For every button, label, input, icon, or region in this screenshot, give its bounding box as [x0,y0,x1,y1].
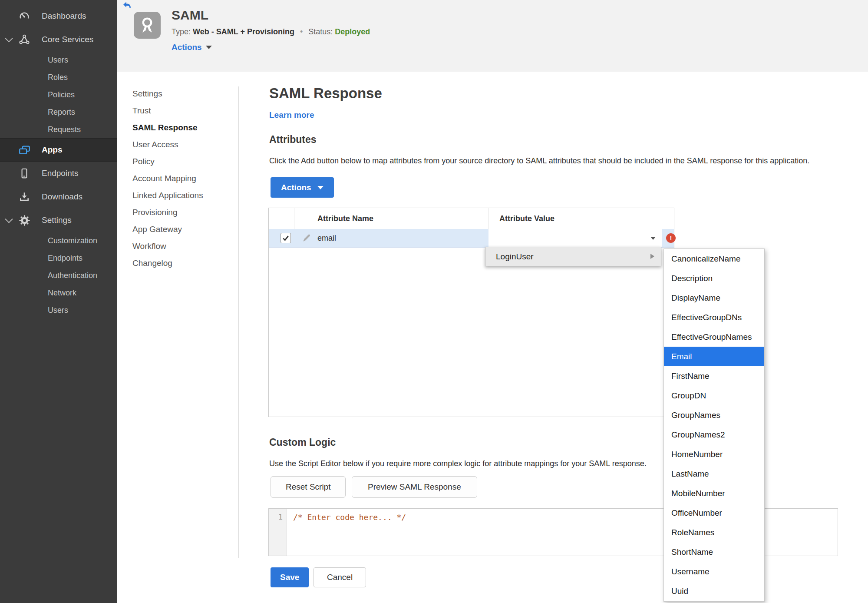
subnav-item-provisioning[interactable]: Provisioning [132,204,232,221]
sidebar-item-network[interactable]: Network [0,284,117,302]
type-label: Type: [172,27,191,36]
select-column-header [269,208,294,229]
menu-option-username[interactable]: Username [664,562,764,582]
menu-option-displayname[interactable]: DisplayName [664,288,764,308]
attributes-actions-button[interactable]: Actions [271,177,334,198]
subnav-item-saml-response[interactable]: SAML Response [132,119,232,136]
menu-option-effectivegroupdns[interactable]: EffectiveGroupDNs [664,308,764,327]
sidebar-item-label: Roles [48,73,68,82]
sidebar-item-users[interactable]: Users [0,51,117,69]
subnav-item-account-mapping[interactable]: Account Mapping [132,170,232,187]
sidebar-item-label: Network [48,288,76,298]
sidebar-item-settings[interactable]: Settings [0,209,117,232]
learn-more-link[interactable]: Learn more [269,110,314,120]
apps-icon [18,144,30,156]
chevron-down-icon [206,46,212,49]
attribute-value-submenu: CanonicalizeNameDescriptionDisplayNameEf… [663,248,765,602]
attribute-value-menu[interactable]: LoginUser [485,247,661,266]
sidebar-item-label: Requests [48,125,81,134]
chevron-right-icon [650,254,654,259]
chevron-down-icon[interactable] [5,215,13,223]
preview-saml-response-button[interactable]: Preview SAML Response [352,476,477,498]
header-actions-label: Actions [172,43,202,52]
custom-logic-description: Use the Script Editor below if you requi… [269,459,647,468]
sidebar-item-apps[interactable]: Apps [0,138,117,162]
reset-script-button[interactable]: Reset Script [271,476,346,498]
subnav-item-settings[interactable]: Settings [132,85,232,102]
sidebar-item-reports[interactable]: Reports [0,103,117,121]
menu-option-uuid[interactable]: Uuid [664,582,764,601]
attributes-description: Click the Add button below to map attrib… [269,156,809,166]
sidebar-item-requests[interactable]: Requests [0,121,117,138]
sidebar-item-roles[interactable]: Roles [0,69,117,86]
sidebar-item-label: Dashboards [42,11,86,21]
sidebar-item-label: Endpoints [48,254,83,263]
sidebar-item-label: Core Services [42,35,93,44]
menu-option-mobilenumber[interactable]: MobileNumber [664,484,764,504]
sidebar-item-label: Policies [48,90,75,99]
subnav-item-changelog[interactable]: Changelog [132,255,232,272]
subnav-item-workflow[interactable]: Workflow [132,238,232,255]
editor-code[interactable]: /* Enter code here... */ [287,509,406,556]
subnav-divider [238,86,239,558]
attributes-heading: Attributes [269,134,317,146]
menu-option-rolenames[interactable]: RoleNames [664,523,764,543]
attributes-actions-label: Actions [281,183,311,192]
sidebar-item-label: Apps [42,145,63,155]
menu-option-officenumber[interactable]: OfficeNumber [664,504,764,523]
editor-line-number: 1 [269,509,287,556]
sidebar-item-authentication[interactable]: Authentication [0,267,117,284]
subnav-item-app-gateway[interactable]: App Gateway [132,221,232,238]
menu-option-shortname[interactable]: ShortName [664,543,764,562]
menu-option-groupdn[interactable]: GroupDN [664,386,764,405]
sidebar-item-label: Users [48,56,68,65]
save-button[interactable]: Save [271,567,309,587]
core-services-icon [18,33,30,46]
back-arrow-icon[interactable] [123,1,131,9]
sidebar-item-label: Settings [42,215,72,225]
menu-option-firstname[interactable]: FirstName [664,366,764,386]
sidebar-item-downloads[interactable]: Downloads [0,185,117,209]
menu-option-effectivegroupnames[interactable]: EffectiveGroupNames [664,327,764,347]
chevron-down-icon [317,186,323,189]
edit-pencil-icon[interactable] [302,233,311,243]
subnav-item-user-access[interactable]: User Access [132,136,232,153]
sidebar-item-dashboards[interactable]: Dashboards [0,4,117,28]
sidebar-item-users[interactable]: Users [0,302,117,319]
subnav-item-policy[interactable]: Policy [132,153,232,170]
page-title: SAML Response [269,85,382,102]
table-row[interactable]: email ! [269,229,674,248]
menu-option-homenumber[interactable]: HomeNumber [664,445,764,464]
attribute-value-dropdown[interactable] [488,229,662,247]
sidebar-item-customization[interactable]: Customization [0,232,117,249]
menu-option-canonicalizename[interactable]: CanonicalizeName [664,249,764,268]
subnav-item-trust[interactable]: Trust [132,102,232,119]
chevron-down-icon [650,237,656,240]
error-icon: ! [666,233,676,243]
attributes-table-header: Attribute Name Attribute Value [269,208,674,229]
menu-option-description[interactable]: Description [664,268,764,288]
gear-icon [18,214,30,226]
cancel-button[interactable]: Cancel [314,567,366,587]
download-icon [18,191,30,203]
sidebar-item-policies[interactable]: Policies [0,86,117,103]
gauge-icon [18,10,30,22]
row-checkbox[interactable] [281,233,291,243]
sidebar-item-endpoints[interactable]: Endpoints [0,249,117,267]
menu-option-groupnames2[interactable]: GroupNames2 [664,425,764,445]
saml-app-icon [134,12,161,39]
sidebar-item-label: Downloads [42,192,83,202]
chevron-down-icon[interactable] [5,34,13,42]
app-root: DashboardsCore ServicesUsersRolesPolicie… [0,0,868,603]
attribute-name-cell: email [317,229,336,247]
app-title: SAML [172,8,208,23]
sidebar-item-core-services[interactable]: Core Services [0,28,117,51]
menu-option-groupnames[interactable]: GroupNames [664,405,764,425]
subnav-item-linked-applications[interactable]: Linked Applications [132,187,232,204]
menu-item-loginuser[interactable]: LoginUser [485,247,661,266]
attributes-table: Attribute Name Attribute Value email ! [268,208,674,417]
menu-option-lastname[interactable]: LastName [664,464,764,484]
header-actions-menu[interactable]: Actions [172,43,212,52]
menu-option-email[interactable]: Email [664,347,764,366]
sidebar-item-endpoints[interactable]: Endpoints [0,162,117,185]
